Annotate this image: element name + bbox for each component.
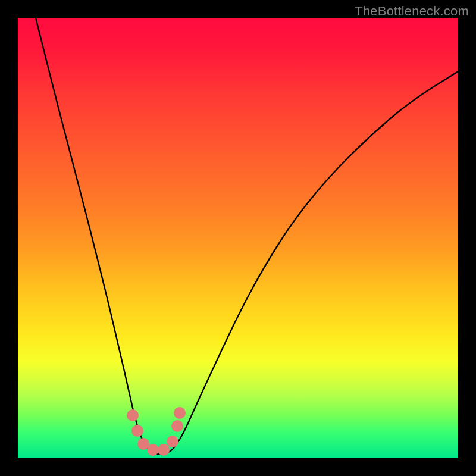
- plot-area: [18, 18, 458, 458]
- left-knee-marker-1: [127, 409, 139, 421]
- bottom-marker-3: [158, 444, 170, 456]
- bottom-marker-2: [147, 444, 159, 456]
- bottleneck-curve: [36, 18, 458, 455]
- right-knee-marker-3: [174, 407, 186, 419]
- curve-svg: [18, 18, 458, 458]
- left-knee-marker-2: [131, 425, 143, 437]
- right-knee-marker-1: [167, 436, 178, 447]
- right-knee-marker-2: [171, 420, 183, 432]
- watermark-text: TheBottleneck.com: [355, 4, 469, 19]
- curve-markers: [127, 407, 186, 456]
- chart-frame: TheBottleneck.com: [0, 0, 476, 476]
